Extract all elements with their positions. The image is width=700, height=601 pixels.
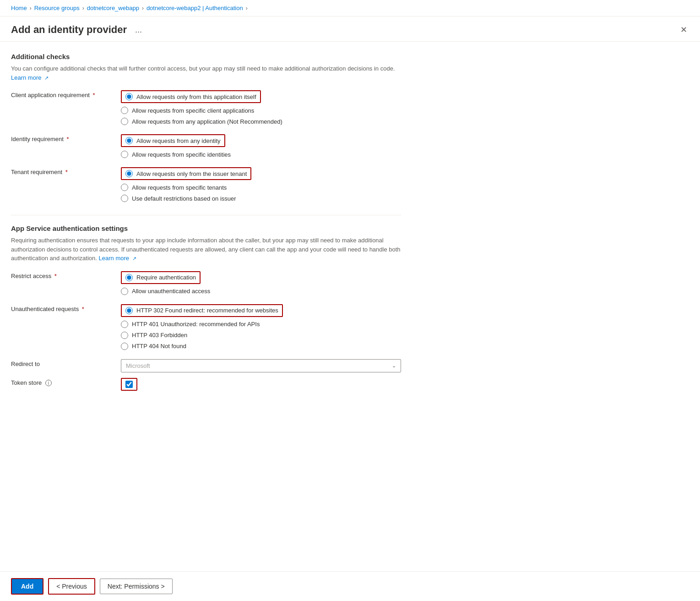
tenant-req-radio-2[interactable] <box>121 184 128 191</box>
redirect-to-value: Microsoft <box>126 362 150 369</box>
dropdown-arrow-icon: ⌄ <box>392 363 396 369</box>
unauth-requests-controls: HTTP 302 Found redirect: recommended for… <box>121 304 401 354</box>
identity-req-option-1-label[interactable]: Allow requests from any identity <box>121 134 225 147</box>
app-service-section: App Service authentication settings Requ… <box>11 224 401 391</box>
client-app-req-row: Client application requirement * Allow r… <box>11 90 401 129</box>
client-app-req-option-2: Allow requests from specific client appl… <box>121 107 401 114</box>
client-app-req-option-1-label[interactable]: Allow requests only from this applicatio… <box>121 90 261 103</box>
restrict-access-label: Restrict access * <box>11 271 121 279</box>
tenant-req-row: Tenant requirement * Allow requests only… <box>11 167 401 206</box>
token-store-row: Token store i <box>11 378 401 391</box>
breadcrumb-sep-1: › <box>30 5 32 11</box>
close-button[interactable]: ✕ <box>678 23 689 37</box>
more-options-button[interactable]: ... <box>132 24 145 36</box>
identity-req-option-2: Allow requests from specific identities <box>121 151 401 158</box>
unauth-req-option-4: HTTP 404 Not found <box>121 343 401 350</box>
identity-req-radio-2[interactable] <box>121 151 128 158</box>
client-app-req-radio-2[interactable] <box>121 107 128 114</box>
client-app-req-radio-1[interactable] <box>125 93 133 100</box>
page-title: Add an identity provider <box>11 24 127 36</box>
additional-checks-section: Additional checks You can configure addi… <box>11 53 401 206</box>
restrict-access-radio-1[interactable] <box>125 274 133 281</box>
identity-req-row: Identity requirement * Allow requests fr… <box>11 134 401 162</box>
main-content: Additional checks You can configure addi… <box>0 42 412 442</box>
token-store-option <box>121 378 401 391</box>
tenant-req-option-3: Use default restrictions based on issuer <box>121 195 401 202</box>
client-app-req-option-3: Allow requests from any application (Not… <box>121 118 401 125</box>
breadcrumb-sep-2: › <box>82 5 84 11</box>
app-service-external-link-icon: ↗ <box>132 255 136 262</box>
breadcrumb: Home › Resource groups › dotnetcore_weba… <box>0 0 700 16</box>
restrict-access-radio-2[interactable] <box>121 288 128 295</box>
unauth-req-option-1: HTTP 302 Found redirect: recommended for… <box>121 304 401 317</box>
identity-req-controls: Allow requests from any identity Allow r… <box>121 134 401 162</box>
redirect-to-label: Redirect to <box>11 359 121 367</box>
identity-req-label: Identity requirement * <box>11 134 121 142</box>
token-store-checkbox-highlighted[interactable] <box>121 378 137 391</box>
client-app-req-required: * <box>93 92 95 98</box>
tenant-req-option-1: Allow requests only from the issuer tena… <box>121 167 401 180</box>
client-app-req-controls: Allow requests only from this applicatio… <box>121 90 401 129</box>
restrict-access-option-1-label[interactable]: Require authentication <box>121 271 201 284</box>
token-store-checkbox[interactable] <box>125 381 133 388</box>
unauth-requests-required: * <box>82 306 84 312</box>
restrict-access-option-1: Require authentication <box>121 271 401 284</box>
client-app-req-option-1: Allow requests only from this applicatio… <box>121 90 401 103</box>
tenant-req-radio-1[interactable] <box>125 170 133 177</box>
breadcrumb-resource-groups[interactable]: Resource groups <box>34 5 80 11</box>
token-store-info-icon[interactable]: i <box>45 380 52 386</box>
tenant-req-option-2: Allow requests from specific tenants <box>121 184 401 191</box>
section-divider <box>11 215 401 215</box>
client-app-req-radio-3[interactable] <box>121 118 128 125</box>
page-header: Add an identity provider ... ✕ <box>0 16 700 42</box>
restrict-access-required: * <box>54 273 57 279</box>
unauth-req-radio-3[interactable] <box>121 332 128 339</box>
breadcrumb-sep-4: › <box>246 5 248 11</box>
breadcrumb-auth[interactable]: dotnetcore-webapp2 | Authentication <box>147 5 243 11</box>
additional-checks-description: You can configure additional checks that… <box>11 64 401 82</box>
redirect-to-row: Redirect to Microsoft ⌄ <box>11 359 401 372</box>
tenant-req-label: Tenant requirement * <box>11 167 121 175</box>
page-header-left: Add an identity provider ... <box>11 24 145 36</box>
unauth-req-radio-1[interactable] <box>125 307 133 314</box>
breadcrumb-home[interactable]: Home <box>11 5 27 11</box>
unauth-req-option-2: HTTP 401 Unauthorized: recommended for A… <box>121 321 401 328</box>
app-service-learn-more[interactable]: Learn more ↗ <box>99 255 136 262</box>
tenant-req-required: * <box>65 169 68 175</box>
unauth-requests-label: Unauthenticated requests * <box>11 304 121 312</box>
app-service-description: Requiring authentication ensures that re… <box>11 236 401 263</box>
unauth-requests-row: Unauthenticated requests * HTTP 302 Foun… <box>11 304 401 354</box>
identity-req-radio-1[interactable] <box>125 137 133 144</box>
additional-checks-learn-more[interactable]: Learn more ↗ <box>11 74 49 81</box>
redirect-to-controls: Microsoft ⌄ <box>121 359 401 372</box>
tenant-req-option-1-label[interactable]: Allow requests only from the issuer tena… <box>121 167 251 180</box>
identity-req-option-1: Allow requests from any identity <box>121 134 401 147</box>
breadcrumb-sep-3: › <box>142 5 144 11</box>
identity-req-required: * <box>67 136 69 142</box>
restrict-access-row: Restrict access * Require authentication… <box>11 271 401 299</box>
token-store-label: Token store i <box>11 378 121 387</box>
unauth-req-radio-4[interactable] <box>121 343 128 350</box>
client-app-req-label: Client application requirement * <box>11 90 121 98</box>
restrict-access-controls: Require authentication Allow unauthentic… <box>121 271 401 299</box>
unauth-req-radio-2[interactable] <box>121 321 128 328</box>
token-store-controls <box>121 378 401 391</box>
tenant-req-radio-3[interactable] <box>121 195 128 202</box>
breadcrumb-dotnetcore-webapp[interactable]: dotnetcore_webapp <box>87 5 139 11</box>
restrict-access-option-2: Allow unauthenticated access <box>121 288 401 295</box>
redirect-to-dropdown[interactable]: Microsoft ⌄ <box>121 359 401 372</box>
unauth-req-option-3: HTTP 403 Forbidden <box>121 332 401 339</box>
app-service-title: App Service authentication settings <box>11 224 401 232</box>
additional-checks-title: Additional checks <box>11 53 401 60</box>
unauth-req-option-1-label[interactable]: HTTP 302 Found redirect: recommended for… <box>121 304 283 317</box>
tenant-req-controls: Allow requests only from the issuer tena… <box>121 167 401 206</box>
external-link-icon: ↗ <box>44 74 49 82</box>
